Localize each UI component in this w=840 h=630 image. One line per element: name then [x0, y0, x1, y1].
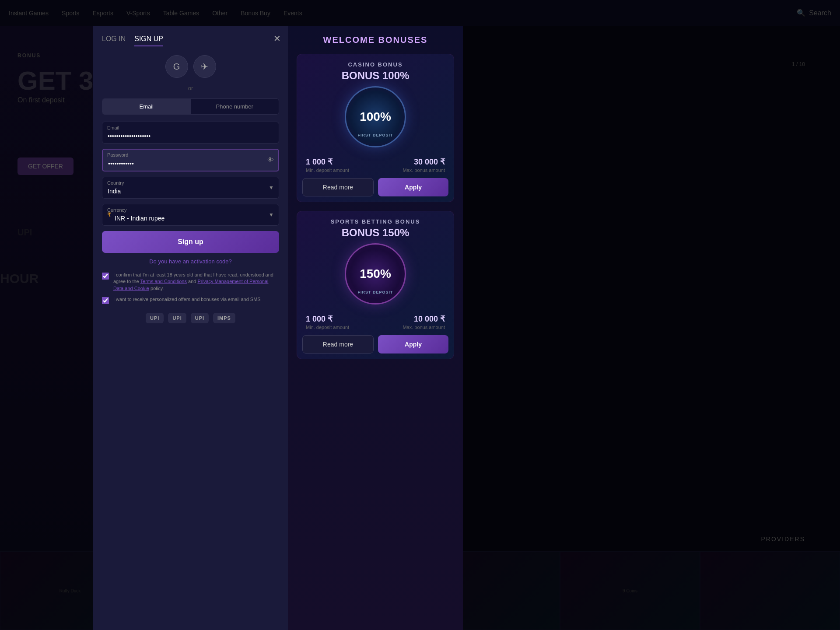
currency-select[interactable]: INR - Indian rupee USD - US Dollar [102, 204, 279, 226]
google-login-button[interactable]: G [165, 55, 188, 78]
casino-max-bonus-amount: 30 000 ₹ [402, 157, 445, 167]
offers-text: I want to receive personalized offers an… [113, 296, 261, 303]
casino-apply-button[interactable]: Apply [378, 178, 448, 196]
activation-code-link[interactable]: Do you have an activation code? [102, 258, 279, 265]
casino-bonus-percent: BONUS 100% [306, 70, 445, 82]
sports-bonus-type: SPORTS BETTING BONUS [306, 218, 445, 225]
welcome-bonuses-title: WELCOME BONUSES [297, 35, 454, 45]
sports-bonus-circle-container: 150% FIRST DEPOSIT [297, 243, 454, 304]
casino-max-bonus-label: Max. bonus amount [402, 168, 445, 173]
casino-bonus-circle-container: 100% FIRST DEPOSIT [297, 86, 454, 147]
close-button[interactable]: ✕ [273, 33, 281, 44]
terms-checkbox[interactable] [102, 273, 109, 280]
email-input[interactable] [102, 122, 279, 144]
casino-bonus-percent-value: 100% [360, 110, 391, 124]
privacy-link[interactable]: Privacy Management of Personal Data and … [113, 279, 268, 290]
sports-bonus-header: SPORTS BETTING BONUS BONUS 150% [297, 211, 454, 239]
sports-min-deposit-amount: 1 000 ₹ [306, 314, 349, 324]
google-icon: G [173, 62, 180, 72]
sports-max-bonus-amount: 10 000 ₹ [402, 314, 445, 324]
casino-min-deposit: 1 000 ₹ Min. deposit amount [306, 157, 349, 173]
sports-max-bonus-label: Max. bonus amount [402, 325, 445, 330]
sports-bonus-circle: 150% FIRST DEPOSIT [345, 243, 406, 304]
welcome-bonuses-panel: WELCOME BONUSES CASINO BONUS BONUS 100% … [288, 26, 463, 630]
signup-button[interactable]: Sign up [102, 231, 279, 253]
sports-min-deposit: 1 000 ₹ Min. deposit amount [306, 314, 349, 330]
offers-checkbox-row: I want to receive personalized offers an… [102, 296, 279, 304]
sports-bonus-circle-label: FIRST DEPOSIT [357, 290, 393, 294]
password-input[interactable] [102, 149, 279, 172]
password-label: Password [107, 152, 128, 158]
casino-min-deposit-amount: 1 000 ₹ [306, 157, 349, 167]
casino-read-more-button[interactable]: Read more [302, 178, 374, 196]
casino-bonus-card: CASINO BONUS BONUS 100% 100% FIRST DEPOS… [297, 54, 454, 202]
casino-bonus-circle: 100% FIRST DEPOSIT [345, 86, 406, 147]
casino-bonus-circle-label: FIRST DEPOSIT [357, 133, 393, 137]
toggle-email[interactable]: Email [102, 99, 191, 114]
sports-bonus-card: SPORTS BETTING BONUS BONUS 150% 150% FIR… [297, 211, 454, 359]
sports-max-bonus: 10 000 ₹ Max. bonus amount [402, 314, 445, 330]
toggle-phone[interactable]: Phone number [191, 99, 279, 114]
casino-min-deposit-label: Min. deposit amount [306, 168, 349, 173]
sports-bonus-actions: Read more Apply [297, 335, 454, 359]
currency-field-container: Currency ₹ INR - Indian rupee USD - US D… [102, 204, 279, 226]
sports-min-deposit-label: Min. deposit amount [306, 325, 349, 330]
terms-link[interactable]: Terms and Conditions [140, 279, 187, 284]
or-divider: or [102, 85, 279, 91]
modal-tabs: LOG IN SIGN UP [102, 35, 279, 46]
sports-read-more-button[interactable]: Read more [302, 335, 374, 354]
payment-logos: UPI UPI UPI IMPS [102, 313, 279, 323]
country-field-container: Country India United States United Kingd… [102, 177, 279, 199]
payment-upi-1: UPI [146, 313, 164, 323]
casino-bonus-type: CASINO BONUS [306, 61, 445, 68]
payment-upi-3: UPI [191, 313, 209, 323]
sports-bonus-percent: BONUS 150% [306, 227, 445, 239]
input-method-toggle: Email Phone number [102, 98, 279, 115]
casino-bonus-stats: 1 000 ₹ Min. deposit amount 30 000 ₹ Max… [297, 152, 454, 178]
offers-checkbox[interactable] [102, 297, 109, 304]
payment-imps: IMPS [213, 313, 235, 323]
telegram-icon: ✈ [201, 61, 208, 72]
sports-bonus-percent-value: 150% [360, 267, 391, 281]
terms-checkbox-row: I confirm that I'm at least 18 years old… [102, 272, 279, 292]
password-field-container: Password 👁 [102, 149, 279, 172]
sports-apply-button[interactable]: Apply [378, 335, 448, 354]
casino-max-bonus: 30 000 ₹ Max. bonus amount [402, 157, 445, 173]
country-label: Country [107, 180, 124, 186]
casino-bonus-header: CASINO BONUS BONUS 100% [297, 54, 454, 82]
email-label: Email [107, 125, 119, 130]
sports-bonus-stats: 1 000 ₹ Min. deposit amount 10 000 ₹ Max… [297, 309, 454, 335]
social-buttons: G ✈ [102, 55, 279, 78]
currency-symbol-icon: ₹ [107, 211, 111, 218]
email-field-container: Email [102, 122, 279, 144]
telegram-login-button[interactable]: ✈ [193, 55, 216, 78]
country-select[interactable]: India United States United Kingdom [102, 177, 279, 199]
tab-login[interactable]: LOG IN [102, 35, 126, 46]
tab-signup[interactable]: SIGN UP [134, 35, 163, 46]
toggle-password-icon[interactable]: 👁 [267, 156, 274, 164]
casino-bonus-actions: Read more Apply [297, 178, 454, 202]
payment-upi-2: UPI [168, 313, 186, 323]
signup-modal: LOG IN SIGN UP ✕ G ✈ or Email Phone numb… [93, 26, 288, 630]
terms-text: I confirm that I'm at least 18 years old… [113, 272, 279, 292]
